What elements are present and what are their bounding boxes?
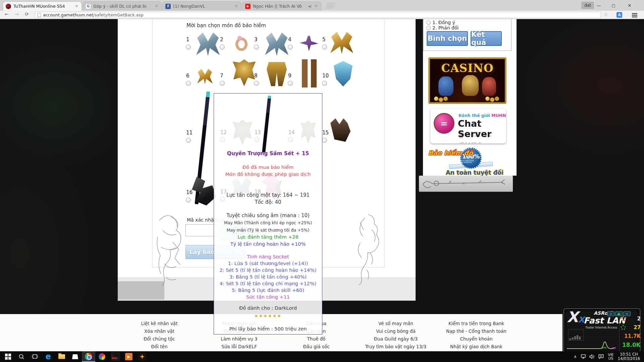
- search-button[interactable]: [15, 351, 28, 362]
- widget-list-button[interactable]: ≡: [607, 311, 614, 316]
- footer-link[interactable]: Nhật ký giao dịch Bank: [433, 343, 520, 351]
- paint-icon[interactable]: [95, 351, 109, 362]
- result-button[interactable]: Kết quả: [471, 31, 502, 46]
- item-radio[interactable]: [254, 81, 259, 86]
- asrock-x-logo: X: [567, 310, 578, 324]
- refresh-icon[interactable]: ⟳: [25, 11, 29, 17]
- footer-column: Liệt kê nhân vật Xóa nhân vật Đổi chủng …: [116, 320, 203, 351]
- tab-close-icon[interactable]: ✕: [154, 4, 159, 8]
- file-explorer-icon[interactable]: [55, 351, 68, 362]
- footer-link[interactable]: Truy tìm bảo vật ngày 13/3: [352, 343, 439, 351]
- footer-link[interactable]: Làm nhiệm vụ 3: [196, 335, 283, 343]
- close-button[interactable]: ✕: [624, 1, 635, 9]
- page-viewport: Mời bạn chọn món đồ bảo hiểm 1 2 3 4 5 6…: [0, 19, 644, 351]
- item-radio[interactable]: [186, 197, 191, 202]
- chat-title-reflection: Chat Server: [458, 130, 506, 143]
- footer-link[interactable]: Đấu giá sốc: [273, 343, 360, 351]
- footer-link[interactable]: Sửa lỗi DarkELF: [196, 343, 283, 351]
- tooltip-luck: May Mắn (Thành công khi ép ngọc +25%): [214, 220, 322, 225]
- item-radio[interactable]: [254, 45, 259, 50]
- translate-icon[interactable]: A: [616, 12, 622, 18]
- footer-link[interactable]: Đổi tên: [116, 343, 203, 351]
- poll-radio-icon[interactable]: [426, 26, 431, 30]
- footer-column: Kiểm tra tiền trong Bank Nạp thẻ - Cổng …: [433, 320, 520, 351]
- chrome-menu-icon[interactable]: [632, 13, 637, 14]
- footer-link[interactable]: Vui cùng bóng đá: [352, 327, 439, 335]
- item-number: 10: [322, 73, 329, 79]
- language-indicator[interactable]: VIEUS: [606, 351, 616, 362]
- vote-button[interactable]: Bình chọn: [427, 31, 468, 46]
- minimize-button[interactable]: —: [593, 1, 604, 9]
- volume-icon[interactable]: [588, 351, 596, 362]
- item-tooltip: 12 13 14 17 18 Quyền Trượng Sấm Sét + 15…: [214, 93, 322, 335]
- new-tab-button[interactable]: [325, 2, 336, 9]
- task-view-button[interactable]: [28, 351, 42, 362]
- footer-link[interactable]: Chuyển khoản: [433, 335, 520, 343]
- tab-close-icon[interactable]: ✕: [74, 4, 79, 8]
- footer-link[interactable]: Nạp thẻ - Cổng thanh toán: [433, 327, 520, 335]
- bookmark-star-icon[interactable]: ☆: [604, 12, 608, 17]
- tab-audio-icon[interactable]: ◄): [308, 4, 312, 8]
- item-radio[interactable]: [288, 81, 293, 86]
- tab-gopy[interactable]: G Góp ý - skill DL có phải bị ✕: [83, 1, 162, 11]
- tooltip-stat: Tốc độ: 40: [214, 199, 322, 205]
- network-icon[interactable]: [580, 351, 588, 362]
- url-path: /safetyItemGetBack.asp: [93, 12, 144, 17]
- tab-close-icon[interactable]: ✕: [314, 4, 318, 8]
- edge-icon[interactable]: e: [42, 351, 55, 362]
- poll-radio-icon[interactable]: [426, 20, 431, 25]
- item-radio[interactable]: [322, 138, 327, 143]
- footer-link[interactable]: Liệt kê nhân vật: [116, 320, 203, 327]
- page-title: Mời bạn chọn món đồ bảo hiểm: [186, 22, 266, 28]
- media-play-icon[interactable]: ▶: [122, 351, 136, 362]
- clock[interactable]: 10:51 CH14/03/2016: [617, 351, 641, 362]
- footer-link[interactable]: Đổi chủng tộc: [116, 335, 203, 343]
- url-bar[interactable]: account.gamethuvn.net/safetyItemGetBack.…: [35, 12, 601, 18]
- tray-chevron-icon[interactable]: ∧: [572, 351, 579, 362]
- tooltip-warning: Món đồ không được phép giao dịch: [214, 172, 322, 177]
- tab-mu-account[interactable]: TuThanHN MUonline SS4 ✕: [3, 1, 82, 11]
- chat-server-banner[interactable]: = Kênh thế giới MUHN Chat Server Chat Se…: [430, 109, 506, 143]
- item-number: 3: [254, 37, 258, 43]
- item-radio[interactable]: [322, 45, 327, 50]
- chrome-profile-badge[interactable]: dat: [581, 2, 594, 9]
- item-radio[interactable]: [186, 81, 191, 86]
- stat-row: 27: [621, 324, 641, 331]
- footer-link[interactable]: Thuê đồ: [273, 335, 360, 343]
- windows-store-icon[interactable]: [68, 351, 82, 362]
- item-radio[interactable]: [220, 81, 225, 86]
- footer-link[interactable]: Đua Guild ngày 6/3: [352, 335, 439, 343]
- asrock-xfastlan-widget[interactable]: X X ASRock Fast LAN Faster Internet Acce…: [563, 308, 641, 351]
- chrome-icon[interactable]: [82, 351, 95, 362]
- back-icon[interactable]: ←: [5, 11, 9, 17]
- casino-banner[interactable]: CASINO: [428, 57, 506, 104]
- tooltip-stars: ★★★★★★: [214, 313, 322, 318]
- tab-youtube[interactable]: ▶ Ngọc Hân || Trách Ai Vô ◄) ✕: [242, 1, 321, 11]
- footer-link[interactable]: Xóa nhân vật: [116, 327, 203, 335]
- tab-facebook[interactable]: f (1) NongDanVL ✕: [162, 1, 241, 11]
- browser-navbar: ← → ⟳ account.gamethuvn.net/safetyItemGe…: [0, 11, 644, 19]
- maximize-button[interactable]: ◻: [608, 1, 619, 9]
- item-radio[interactable]: [288, 45, 293, 50]
- forward-icon[interactable]: →: [15, 11, 19, 17]
- item-number-dim: 12: [220, 129, 227, 135]
- item-radio[interactable]: [186, 45, 191, 50]
- mu-game-icon[interactable]: -MU-: [109, 351, 122, 362]
- item-radio[interactable]: [186, 138, 191, 143]
- start-button[interactable]: [1, 351, 15, 362]
- notification-icon[interactable]: [597, 351, 605, 362]
- footer-link[interactable]: Kiểm tra tiền trong Bank: [433, 320, 520, 327]
- game-launcher-icon[interactable]: [136, 351, 149, 362]
- item-radio[interactable]: [220, 45, 225, 50]
- footer-link[interactable]: Vé số may mắn: [352, 320, 439, 327]
- poll-option-label: 2. Phản đối: [432, 25, 459, 31]
- item-radio[interactable]: [322, 81, 327, 86]
- poll-option-1[interactable]: 1. Đồng ý: [426, 20, 455, 25]
- tab-close-icon[interactable]: ✕: [234, 4, 238, 8]
- poll-option-label: 1. Đồng ý: [432, 20, 455, 25]
- poll-option-2[interactable]: 2. Phản đối: [426, 25, 459, 31]
- item-number: 11: [186, 130, 193, 136]
- item-number: 7: [220, 73, 223, 79]
- tooltip-excellent: Tỷ lệ tấn công hoàn hảo +10%: [214, 241, 322, 247]
- tooltip-luck: May mắn (Tỷ lệ sát thương tối đa +5%): [214, 228, 322, 233]
